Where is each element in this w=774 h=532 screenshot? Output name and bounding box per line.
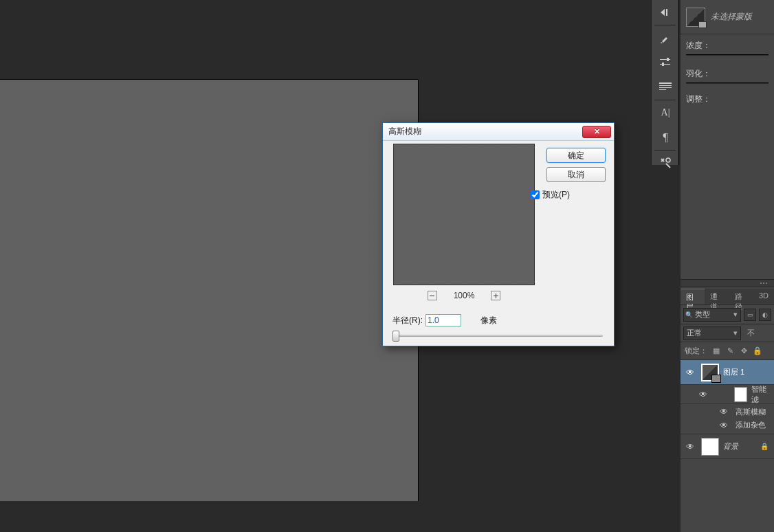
preview-checkbox[interactable] — [531, 190, 540, 199]
zoom-value: 100% — [454, 291, 475, 300]
paragraph-icon[interactable]: ¶ — [652, 125, 679, 150]
feather-slider[interactable] — [686, 82, 769, 84]
filter-adjust-icon[interactable]: ◐ — [759, 309, 771, 321]
tab-channels[interactable]: 通道 — [705, 289, 729, 304]
lock-label: 锁定： — [685, 346, 707, 356]
visibility-icon[interactable]: 👁 — [718, 407, 730, 417]
filter-pixel-icon[interactable]: ▭ — [744, 309, 756, 321]
lock-icon: 🔒 — [760, 443, 769, 450]
lock-all-icon[interactable]: 🔒 — [753, 346, 762, 355]
lock-transparency-icon[interactable]: ▦ — [711, 346, 721, 355]
mask-panel: 未选择蒙版 — [681, 0, 774, 34]
lock-brush-icon[interactable]: ✎ — [725, 346, 735, 355]
visibility-icon[interactable]: 👁 — [697, 390, 709, 399]
adjustments-label: 调整： — [686, 94, 711, 104]
panel-tabs: 图层 通道 路径 3D — [681, 289, 774, 305]
tab-layers[interactable]: 图层 — [681, 289, 705, 304]
visibility-icon[interactable]: 👁 — [683, 368, 697, 377]
ok-button[interactable]: 确定 — [546, 148, 606, 163]
svg-rect-8 — [659, 87, 672, 88]
svg-point-10 — [666, 158, 670, 162]
svg-rect-7 — [659, 85, 672, 86]
sliders-icon[interactable] — [652, 50, 679, 75]
brush-icon[interactable] — [652, 25, 679, 50]
layer-filter-kind[interactable]: 类型 — [683, 308, 741, 322]
dialog-title: 高斯模糊 — [388, 126, 421, 137]
gaussian-blur-dialog: 高斯模糊 ✕ 100% 确定 取消 预览(P) 半径(R): 像素 — [382, 122, 615, 346]
lock-move-icon[interactable]: ✥ — [739, 346, 749, 355]
lock-row: 锁定： ▦ ✎ ✥ 🔒 — [681, 342, 774, 360]
svg-rect-1 — [666, 9, 667, 16]
close-icon: ✕ — [594, 127, 600, 136]
svg-rect-4 — [660, 64, 670, 65]
radius-unit: 像素 — [480, 315, 497, 326]
expand-icon[interactable] — [652, 0, 679, 25]
cancel-button[interactable]: 取消 — [546, 167, 606, 182]
svg-rect-9 — [659, 89, 666, 90]
slider-thumb[interactable] — [392, 331, 399, 342]
tools-icon[interactable] — [652, 151, 679, 175]
smart-filters-label: 智能滤 — [751, 384, 771, 405]
visibility-icon[interactable]: 👁 — [718, 421, 730, 430]
visibility-icon[interactable]: 👁 — [683, 442, 697, 452]
smart-filters-row[interactable]: 👁 智能滤 — [681, 385, 774, 404]
svg-rect-3 — [667, 58, 669, 61]
opacity-label: 不 — [747, 328, 755, 338]
preview-checkbox-label: 预览(P) — [542, 189, 570, 201]
layer-name[interactable]: 背景 — [723, 441, 738, 452]
feather-label: 羽化： — [686, 68, 769, 80]
panel-collapse-grip[interactable] — [681, 279, 774, 287]
paragraph-styles-icon[interactable] — [652, 75, 679, 100]
canvas[interactable] — [0, 80, 418, 501]
zoom-out-button[interactable] — [428, 291, 437, 300]
filter-name: 高斯模糊 — [736, 407, 766, 417]
density-label: 浓度： — [686, 40, 769, 52]
radius-slider[interactable] — [392, 331, 603, 343]
tab-paths[interactable]: 路径 — [729, 289, 753, 304]
mask-thumbnail[interactable] — [686, 8, 705, 27]
svg-rect-5 — [662, 63, 664, 66]
filter-preview[interactable] — [393, 144, 535, 285]
svg-marker-0 — [661, 9, 665, 16]
preview-checkbox-row[interactable]: 预览(P) — [531, 189, 570, 201]
layer-thumbnail[interactable] — [701, 364, 719, 381]
density-slider[interactable] — [686, 54, 769, 56]
zoom-in-button[interactable] — [491, 291, 500, 300]
filter-row-gaussian[interactable]: 👁 高斯模糊 — [681, 404, 774, 419]
layer-name[interactable]: 图层 1 — [723, 367, 744, 377]
filter-row-addnoise[interactable]: 👁 添加杂色 — [681, 419, 774, 434]
layer-row[interactable]: 👁 图层 1 — [681, 360, 774, 385]
layers-panel: 图层 通道 路径 3D 类型 ▭ ◐ 正常 不 锁定： ▦ ✎ ✥ 🔒 👁 图层… — [681, 289, 774, 532]
tab-3d[interactable]: 3D — [753, 289, 774, 304]
svg-rect-6 — [659, 82, 672, 84]
filter-name: 添加杂色 — [736, 420, 766, 430]
smart-filters-mask[interactable] — [734, 387, 748, 402]
close-button[interactable]: ✕ — [582, 126, 611, 138]
character-icon[interactable]: A| — [652, 100, 679, 125]
dialog-titlebar[interactable]: 高斯模糊 ✕ — [383, 123, 614, 141]
collapsed-panel-strip: A| ¶ — [651, 0, 679, 165]
radius-input[interactable] — [425, 314, 461, 326]
mask-unselected-label: 未选择蒙版 — [711, 11, 752, 23]
radius-label: 半径(R): — [392, 315, 423, 326]
layer-thumbnail[interactable] — [701, 438, 719, 456]
layer-row-background[interactable]: 👁 背景 🔒 — [681, 434, 774, 459]
blend-mode-dropdown[interactable]: 正常 — [683, 326, 741, 340]
